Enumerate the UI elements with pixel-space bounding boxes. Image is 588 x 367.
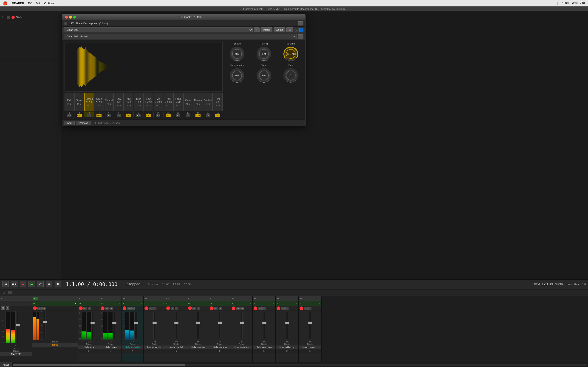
sitala-mute-btn[interactable]: M xyxy=(37,307,42,310)
sitala-fader-handle[interactable] xyxy=(43,321,47,323)
in-btn-mid-conga[interactable]: ▼ xyxy=(296,302,297,304)
record-btn[interactable]: ● xyxy=(20,281,26,287)
in-dropdown[interactable]: ▼ xyxy=(74,302,77,305)
mute-btn[interactable]: M xyxy=(117,104,119,106)
in-btn-high-tom[interactable]: ▼ xyxy=(250,302,251,304)
closed-hh-fader[interactable] xyxy=(135,312,137,340)
high-tom-record-btn[interactable] xyxy=(232,307,235,310)
mixer-toggle[interactable] xyxy=(8,291,12,294)
closed-hh-fader-handle[interactable] xyxy=(134,322,138,324)
param-btn[interactable]: Param xyxy=(261,27,272,32)
in-btn-cymbal[interactable]: ▼ xyxy=(184,302,186,304)
low-conga-solo-btn[interactable]: S xyxy=(262,307,266,310)
closed-hh-solo-btn[interactable]: S xyxy=(131,307,135,310)
mute-btn[interactable]: M xyxy=(87,104,89,106)
solo-btn[interactable]: S xyxy=(70,103,71,105)
tab-mixer[interactable]: Mixer xyxy=(0,362,12,367)
in-btn-closed-hh[interactable]: ▼ xyxy=(141,302,142,304)
solo-btn[interactable]: S xyxy=(189,103,190,105)
low-tom-route[interactable]: Route xyxy=(187,343,209,345)
horizontal-scrollbar[interactable] xyxy=(13,364,587,366)
pad-cowbell[interactable]: Cowbell M S xyxy=(203,93,213,111)
pad-open-hihat[interactable]: OpenHi-Hat M S xyxy=(94,93,104,111)
mute-btn[interactable]: M xyxy=(127,104,129,106)
in-btn-low-conga[interactable]: ▼ xyxy=(273,302,275,304)
stop-btn[interactable]: ■ xyxy=(46,281,52,287)
mid-conga-fader[interactable] xyxy=(286,312,288,340)
low-tom-fader[interactable] xyxy=(197,312,199,340)
app-name[interactable]: REAPER xyxy=(12,2,24,5)
pad-low-tom[interactable]: Low Tom M S xyxy=(114,93,124,111)
high-tom-route[interactable]: Route xyxy=(231,343,252,345)
tuning-knob[interactable]: 0 ct xyxy=(256,46,272,62)
open-hh-fader[interactable] xyxy=(153,312,155,340)
sitala-record-btn[interactable] xyxy=(33,307,37,310)
mid-conga-record-btn[interactable] xyxy=(277,307,280,310)
sitala-solo-btn[interactable]: S xyxy=(42,307,46,310)
apple-menu[interactable]: 🍎 xyxy=(3,1,7,6)
kick-solo-btn[interactable]: S xyxy=(88,307,91,310)
pad-hand-clap[interactable]: HandClap M S xyxy=(173,93,183,111)
mid-conga-route[interactable]: Route xyxy=(276,343,298,345)
play-btn[interactable]: ▶ xyxy=(28,281,35,287)
track-mute-btn[interactable] xyxy=(7,16,10,19)
loop-btn[interactable]: ↺ xyxy=(37,281,44,287)
open-hh-mute-btn[interactable]: M xyxy=(149,307,153,310)
high-conga-fader[interactable] xyxy=(309,312,311,340)
pad-clave[interactable]: Clave M S xyxy=(183,93,193,111)
enable-btn[interactable] xyxy=(299,28,303,32)
snare-fader-handle[interactable] xyxy=(112,322,116,324)
plus-btn[interactable]: + xyxy=(254,27,259,32)
high-tom-fader-handle[interactable] xyxy=(240,322,244,324)
mid-tom-fader-handle[interactable] xyxy=(218,322,222,324)
pad-closed-hihat[interactable]: ClosedHi-Hat M S xyxy=(84,93,94,111)
high-conga-record-btn[interactable] xyxy=(300,307,303,310)
master-fader-handle[interactable] xyxy=(16,324,20,326)
menu-options[interactable]: Options xyxy=(44,2,55,5)
kick-route[interactable]: Route xyxy=(78,343,100,345)
minimize-button[interactable] xyxy=(69,16,72,19)
low-tom-fader-handle[interactable] xyxy=(196,322,200,324)
low-conga-record-btn[interactable] xyxy=(254,307,257,310)
stop-all-btn[interactable]: ⏹⏹ xyxy=(11,281,17,287)
out-label[interactable]: 32 out xyxy=(274,27,285,32)
solo-btn[interactable]: S xyxy=(120,104,121,106)
open-hh-solo-btn[interactable]: S xyxy=(153,307,156,310)
master-power-btn[interactable]: M xyxy=(1,307,5,310)
mute-btn[interactable]: M xyxy=(147,104,148,106)
high-tom-fader[interactable] xyxy=(241,312,242,340)
fx-active-indicator[interactable]: FX xyxy=(33,297,38,300)
compression-knob[interactable]: 0% xyxy=(229,67,245,83)
high-conga-mute-btn[interactable]: M xyxy=(304,307,308,310)
in-btn-high-conga[interactable]: ▼ xyxy=(319,302,320,304)
high-conga-fader-handle[interactable] xyxy=(308,322,312,324)
low-conga-route[interactable]: Route xyxy=(253,343,275,345)
mute-btn[interactable]: M xyxy=(216,104,217,106)
solo-btn[interactable]: S xyxy=(100,104,101,106)
high-conga-route[interactable]: Route xyxy=(299,343,321,345)
solo-btn[interactable]: S xyxy=(199,103,200,105)
pause-btn[interactable]: ⏸ xyxy=(55,281,61,287)
solo-btn[interactable]: S xyxy=(179,104,180,106)
cymbal-solo-btn[interactable]: S xyxy=(175,307,178,310)
mute-btn[interactable]: M xyxy=(137,104,138,106)
in-btn-open-hh[interactable]: ▼ xyxy=(162,302,164,304)
mid-tom-fader[interactable] xyxy=(219,312,221,340)
solo-btn[interactable]: S xyxy=(80,103,81,105)
sitala-fader[interactable] xyxy=(44,310,45,340)
cymbal-fader[interactable] xyxy=(175,312,177,340)
open-hh-fader-handle[interactable] xyxy=(153,322,157,324)
solo-btn[interactable]: S xyxy=(159,104,160,106)
solo-btn[interactable]: S xyxy=(139,104,141,106)
pad-snare[interactable]: Snare M S xyxy=(74,93,84,111)
refresh-btn[interactable]: ↺ xyxy=(294,28,299,32)
high-tom-solo-btn[interactable]: S xyxy=(241,307,244,310)
solo-btn[interactable]: S xyxy=(149,104,150,106)
closed-hh-record-btn[interactable] xyxy=(123,307,126,310)
pad-low-conga[interactable]: LowConga M S xyxy=(144,93,153,111)
shape-knob[interactable]: 0% xyxy=(229,46,245,62)
closed-hh-mute-btn[interactable]: M xyxy=(127,307,131,310)
mute-btn[interactable]: M xyxy=(196,103,198,105)
preset-selector[interactable]: Clean 808 xyxy=(64,27,253,32)
preset-options-btn[interactable]: ⋮ xyxy=(298,34,303,39)
